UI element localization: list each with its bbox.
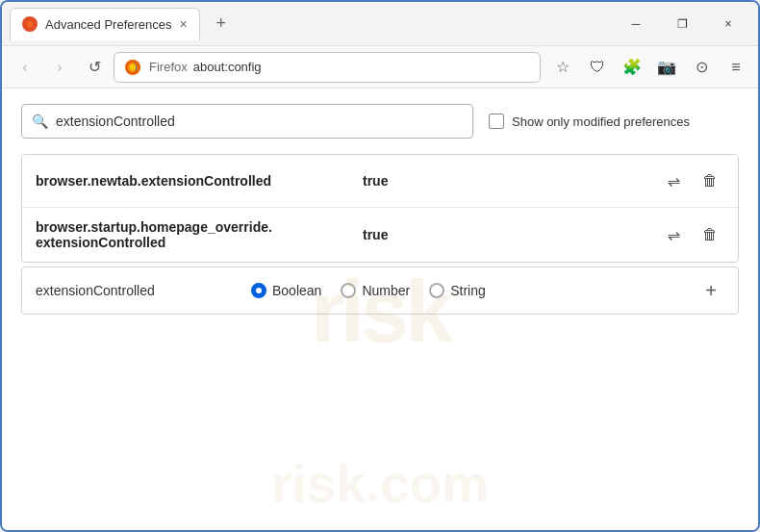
pref-value-2: true: [363, 227, 659, 242]
table-row: browser.startup.homepage_override. exten…: [22, 208, 738, 262]
address-bar[interactable]: Firefox about:config: [114, 52, 541, 83]
shield-icon: 🛡: [590, 59, 605, 76]
watermark-bottom: risk.com: [271, 453, 489, 515]
radio-number-outer[interactable]: [341, 283, 356, 298]
extension-icon: 🧩: [622, 58, 642, 76]
tab-favicon: [22, 16, 38, 32]
minimize-button[interactable]: ─: [614, 9, 658, 39]
type-radio-group: Boolean Number String: [251, 283, 486, 298]
pref-name-line2: extensionControlled: [36, 235, 165, 250]
bookmark-button[interactable]: ☆: [548, 53, 577, 82]
search-icon: 🔍: [32, 114, 48, 129]
firefox-logo: [124, 59, 141, 76]
toggle-button-2[interactable]: ⇌: [659, 220, 688, 249]
close-button[interactable]: ×: [706, 9, 750, 39]
search-row: 🔍 Show only modified preferences: [21, 104, 739, 139]
forward-button[interactable]: ›: [44, 52, 75, 83]
new-tab-button[interactable]: +: [208, 11, 235, 38]
radio-string-label: String: [450, 283, 486, 298]
address-text: Firefox about:config: [149, 60, 262, 74]
nav-toolbar: ☆ 🛡 🧩 📷 ⊙ ≡: [548, 53, 750, 82]
title-bar: Advanced Preferences × + ─ ❐ ×: [2, 2, 758, 46]
back-button[interactable]: ‹: [10, 52, 40, 83]
modified-prefs-filter[interactable]: Show only modified preferences: [489, 114, 690, 129]
svg-point-1: [27, 21, 33, 27]
delete-button-2[interactable]: 🗑: [696, 220, 724, 249]
add-pref-button[interactable]: +: [697, 277, 724, 304]
radio-string[interactable]: String: [429, 283, 486, 298]
radio-number-label: Number: [362, 283, 410, 298]
screenshot-button[interactable]: 📷: [652, 53, 681, 82]
pref-value-1: true: [363, 173, 659, 189]
screenshot-icon: 📷: [657, 58, 676, 76]
nav-bar: ‹ › ↺ Firefox about:config ☆ 🛡 🧩: [2, 46, 758, 89]
radio-boolean[interactable]: Boolean: [251, 283, 321, 298]
delete-button-1[interactable]: 🗑: [696, 166, 724, 195]
toggle-icon-2: ⇌: [668, 226, 680, 244]
tab-close-button[interactable]: ×: [180, 17, 188, 31]
site-name: Firefox: [149, 60, 188, 74]
new-pref-name: extensionControlled: [36, 283, 228, 298]
back-icon: ‹: [22, 59, 27, 76]
pref-name-line1: browser.startup.homepage_override.: [36, 219, 272, 235]
reload-button[interactable]: ↺: [79, 52, 110, 83]
row-actions-2: ⇌ 🗑: [659, 220, 724, 249]
pref-name-2: browser.startup.homepage_override. exten…: [36, 219, 363, 250]
new-pref-row: extensionControlled Boolean Number Strin…: [21, 266, 739, 315]
delete-icon-2: 🗑: [702, 226, 718, 243]
svg-point-4: [130, 64, 136, 70]
table-row: browser.newtab.extensionControlled true …: [22, 155, 738, 208]
tab-title: Advanced Preferences: [45, 17, 172, 32]
modified-prefs-checkbox[interactable]: [489, 114, 504, 129]
radio-boolean-outer[interactable]: [251, 283, 266, 298]
radio-boolean-label: Boolean: [272, 283, 321, 298]
content-area: risk risk.com 🔍 Show only modified prefe…: [2, 89, 758, 532]
window-controls: ─ ❐ ×: [614, 9, 750, 39]
pref-name-1: browser.newtab.extensionControlled: [36, 173, 363, 189]
account-icon: ⊙: [696, 58, 708, 76]
radio-number[interactable]: Number: [341, 283, 410, 298]
radio-boolean-inner: [256, 288, 262, 293]
modified-prefs-label: Show only modified preferences: [512, 114, 690, 129]
search-box[interactable]: 🔍: [21, 104, 473, 139]
toggle-button-1[interactable]: ⇌: [659, 166, 688, 195]
shield-button[interactable]: 🛡: [583, 53, 612, 82]
account-button[interactable]: ⊙: [687, 53, 716, 82]
bookmark-icon: ☆: [556, 58, 570, 76]
menu-icon: ≡: [731, 59, 740, 76]
delete-icon-1: 🗑: [702, 172, 718, 190]
search-input[interactable]: [56, 114, 463, 129]
restore-button[interactable]: ❐: [660, 9, 704, 39]
results-table: browser.newtab.extensionControlled true …: [21, 154, 739, 263]
radio-string-outer[interactable]: [429, 283, 444, 298]
reload-icon: ↺: [89, 58, 101, 76]
forward-icon: ›: [57, 59, 62, 76]
browser-tab[interactable]: Advanced Preferences ×: [10, 8, 200, 40]
toggle-icon-1: ⇌: [668, 172, 680, 190]
row-actions-1: ⇌ 🗑: [659, 166, 724, 195]
address-path: about:config: [193, 60, 262, 74]
extensions-button[interactable]: 🧩: [618, 53, 646, 82]
menu-button[interactable]: ≡: [722, 53, 750, 82]
